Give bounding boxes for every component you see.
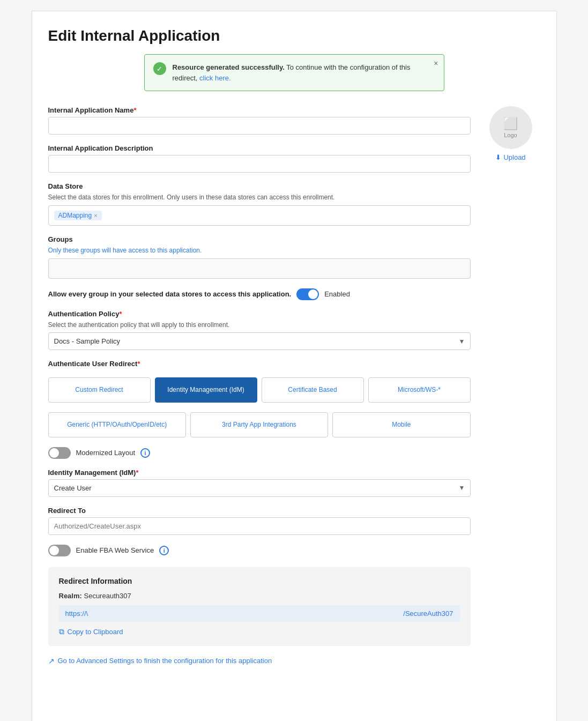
groups-label: Groups xyxy=(48,235,471,243)
close-icon[interactable]: × xyxy=(434,59,438,68)
success-banner: ✓ Resource generated successfully. To co… xyxy=(144,54,444,91)
allow-toggle-label: Allow every group in your selected data … xyxy=(48,290,292,298)
redirect-btn-idm[interactable]: Identity Management (IdM) xyxy=(155,377,257,403)
data-store-input[interactable]: ADMapping × xyxy=(48,205,471,226)
realm-value: Secureauth307 xyxy=(84,592,131,600)
fba-info-icon[interactable]: i xyxy=(159,546,169,555)
logo-circle: ⬜ Logo xyxy=(489,106,532,149)
upload-icon: ⬇ xyxy=(495,153,501,161)
idm-field: Identity Management (IdM)* Create User ▼ xyxy=(48,469,471,497)
auth-policy-label: Authentication Policy* xyxy=(48,310,471,318)
form-main: Internal Application Name* Docs Internal… xyxy=(48,106,471,665)
idm-select[interactable]: Create User xyxy=(48,479,471,497)
idm-label: Identity Management (IdM)* xyxy=(48,469,471,477)
redirect-to-field: Redirect To xyxy=(48,507,471,535)
advanced-settings-link[interactable]: ↗ Go to Advanced Settings to finish the … xyxy=(48,657,471,665)
success-text: Resource generated successfully. To cont… xyxy=(173,62,435,83)
redirect-to-input[interactable] xyxy=(48,517,471,535)
redirect-btn-generic[interactable]: Generic (HTTP/OAuth/OpenID/etc) xyxy=(48,412,186,437)
enabled-label: Enabled xyxy=(324,290,350,298)
url-end: /SecureAuth307 xyxy=(403,609,453,618)
app-desc-field: Internal Application Description Docs xyxy=(48,144,471,173)
fba-row: Enable FBA Web Service i xyxy=(48,545,471,556)
required-marker: * xyxy=(133,106,136,114)
data-store-field: Data Store Select the data stores for th… xyxy=(48,182,471,226)
modernized-toggle[interactable] xyxy=(48,447,71,459)
page-title: Edit Internal Application xyxy=(48,27,540,44)
logo-label: Logo xyxy=(504,132,517,138)
modernized-label: Modernized Layout xyxy=(76,449,136,457)
redirect-grid-row2: Generic (HTTP/OAuth/OpenID/etc) 3rd Part… xyxy=(48,412,471,437)
fba-slider xyxy=(48,545,71,556)
idm-select-wrapper: Create User ▼ xyxy=(48,479,471,497)
auth-redirect-label: Authenticate User Redirect* xyxy=(48,360,471,368)
app-desc-input[interactable]: Docs xyxy=(48,155,471,173)
groups-field: Groups Only these groups will have acces… xyxy=(48,235,471,279)
external-link-icon: ↗ xyxy=(48,657,55,665)
logo-side: ⬜ Logo ⬇ Upload xyxy=(481,106,540,665)
redirect-info-title: Redirect Information xyxy=(59,577,460,585)
auth-policy-select-wrapper: Docs - Sample Policy ▼ xyxy=(48,332,471,350)
url-start: https://\ xyxy=(65,609,88,618)
data-store-sublabel: Select the data stores for this enrollme… xyxy=(48,193,471,202)
camera-icon: ⬜ xyxy=(503,117,518,131)
app-name-field: Internal Application Name* Docs xyxy=(48,106,471,135)
redirect-btn-third[interactable]: 3rd Party App Integrations xyxy=(190,412,328,437)
redirect-to-label: Redirect To xyxy=(48,507,471,515)
data-store-tag: ADMapping × xyxy=(54,211,102,220)
tag-remove-icon[interactable]: × xyxy=(94,212,97,219)
modernized-info-icon[interactable]: i xyxy=(140,448,150,458)
redirect-btn-cert[interactable]: Certificate Based xyxy=(262,377,364,403)
data-store-label: Data Store xyxy=(48,182,471,190)
allow-toggle-row: Allow every group in your selected data … xyxy=(48,288,471,300)
auth-policy-sublabel: Select the authentication policy that wi… xyxy=(48,321,471,330)
upload-link[interactable]: ⬇ Upload xyxy=(495,153,525,161)
auth-redirect-field: Authenticate User Redirect* xyxy=(48,360,471,368)
page-container: Edit Internal Application ✓ Resource gen… xyxy=(32,11,557,721)
upload-label: Upload xyxy=(503,153,525,161)
auth-policy-select[interactable]: Docs - Sample Policy xyxy=(48,332,471,350)
app-name-input[interactable]: Docs xyxy=(48,117,471,135)
auth-policy-field: Authentication Policy* Select the authen… xyxy=(48,310,471,351)
footer-link-label: Go to Advanced Settings to finish the co… xyxy=(58,657,272,665)
modernized-layout-row: Modernized Layout i xyxy=(48,447,471,459)
copy-label: Copy to Clipboard xyxy=(68,628,123,636)
redirect-btn-ms[interactable]: Microsoft/WS-* xyxy=(368,377,471,403)
app-desc-label: Internal Application Description xyxy=(48,144,471,152)
banner-link[interactable]: click here. xyxy=(199,74,231,82)
form-layout: Internal Application Name* Docs Internal… xyxy=(48,106,540,665)
allow-toggle[interactable] xyxy=(296,288,319,300)
redirect-info-box: Redirect Information Realm: Secureauth30… xyxy=(48,567,471,646)
toggle-slider xyxy=(296,288,319,300)
url-row: https://\ /SecureAuth307 xyxy=(59,605,460,622)
groups-input[interactable] xyxy=(48,258,471,279)
fba-label: Enable FBA Web Service xyxy=(76,546,154,554)
redirect-grid-row1: Custom Redirect Identity Management (IdM… xyxy=(48,377,471,403)
success-icon: ✓ xyxy=(153,62,166,75)
redirect-btn-mobile[interactable]: Mobile xyxy=(332,412,470,437)
modernized-slider xyxy=(48,447,71,459)
copy-to-clipboard-button[interactable]: ⧉ Copy to Clipboard xyxy=(59,627,123,636)
realm-label: Realm: xyxy=(59,592,82,600)
banner-bold: Resource generated successfully. xyxy=(173,63,285,71)
redirect-btn-custom[interactable]: Custom Redirect xyxy=(48,377,151,403)
fba-toggle[interactable] xyxy=(48,545,71,556)
realm-row: Realm: Secureauth307 xyxy=(59,592,460,600)
groups-sublabel: Only these groups will have access to th… xyxy=(48,246,471,255)
app-name-label: Internal Application Name* xyxy=(48,106,471,114)
copy-icon: ⧉ xyxy=(59,627,64,636)
